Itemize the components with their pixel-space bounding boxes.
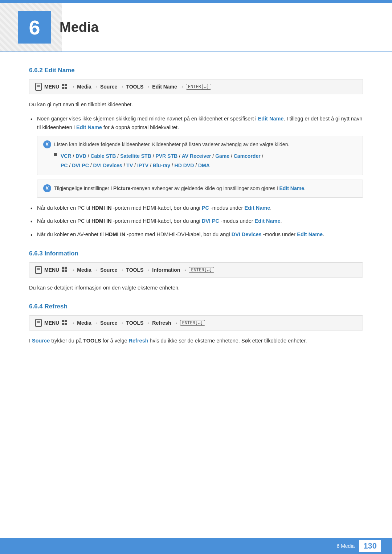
sub-bullet-vcr: VCR / DVD / Cable STB / Satellite STB / … <box>54 151 357 171</box>
svg-rect-9 <box>65 320 67 322</box>
grid-icon-664 <box>61 320 67 327</box>
section-664: 6.6.4 Refresh MENU → Media → Source → TO… <box>29 303 363 345</box>
grid-icon-662 <box>61 83 67 90</box>
svg-rect-6 <box>62 270 64 272</box>
svg-rect-3 <box>65 87 67 89</box>
footer-page: 130 <box>359 540 381 552</box>
svg-rect-8 <box>62 320 64 322</box>
section-662-heading: 6.6.2 Edit Name <box>29 67 363 74</box>
section-664-intro: I Source trykker du på TOOLS for å velge… <box>29 336 363 345</box>
chapter-title: Media <box>51 20 99 35</box>
enter-icon-664: ENTER[↵] <box>180 320 205 326</box>
note-icon-2: K <box>43 184 51 192</box>
bullet-662-1: • Noen ganger vises ikke skjermen skikke… <box>29 114 363 175</box>
enter-icon-662: ENTER[↵] <box>186 84 211 90</box>
grid-icon-663 <box>61 266 67 273</box>
svg-rect-11 <box>65 323 67 325</box>
remote-icon-662 <box>35 83 42 91</box>
section-663: 6.6.3 Information MENU → Media → Source … <box>29 250 363 292</box>
header-bar <box>0 0 392 3</box>
bullet-662-3: • Når du kobler en PC til HDMI IN -porte… <box>29 217 363 226</box>
svg-rect-5 <box>65 267 67 269</box>
bullet-662-4: • Når du kobler en AV-enhet til HDMI IN … <box>29 230 363 239</box>
note-icon-1: K <box>43 140 51 148</box>
footer: 6 Media 130 <box>0 538 392 554</box>
svg-rect-7 <box>65 270 67 272</box>
note-box-662-2: K Tilgjengelige innstillinger i Picture-… <box>37 180 363 198</box>
svg-rect-1 <box>65 84 67 86</box>
section-663-intro: Du kan se detaljert informasjon om den v… <box>29 283 363 292</box>
section-664-heading: 6.6.4 Refresh <box>29 303 363 310</box>
remote-icon-664 <box>35 319 42 327</box>
svg-rect-10 <box>62 323 64 325</box>
nav-path-662: MENU → Media → Source → TOOLS → Edit Nam… <box>29 79 363 94</box>
svg-rect-2 <box>62 87 64 89</box>
footer-label: 6 Media <box>336 543 355 549</box>
remote-icon-663 <box>35 266 42 274</box>
svg-rect-0 <box>62 84 64 86</box>
nav-path-664: MENU → Media → Source → TOOLS → Refresh … <box>29 315 363 331</box>
section-662: 6.6.2 Edit Name MENU → Media → Source → … <box>29 67 363 239</box>
section-662-intro: Du kan gi nytt navn til en tilkoblet kil… <box>29 100 363 109</box>
nav-path-663: MENU → Media → Source → TOOLS → Informat… <box>29 262 363 278</box>
enter-icon-663: ENTER[↵] <box>189 267 214 273</box>
svg-rect-4 <box>62 267 64 269</box>
note-box-662-1: K Listen kan inkludere følgende kildeenh… <box>37 136 363 175</box>
section-663-heading: 6.6.3 Information <box>29 250 363 257</box>
chapter-number-box: 6 <box>18 11 51 44</box>
nav-menu-662: MENU <box>44 84 59 90</box>
bullet-662-2: • Når du kobler en PC til HDMI IN -porte… <box>29 204 363 213</box>
